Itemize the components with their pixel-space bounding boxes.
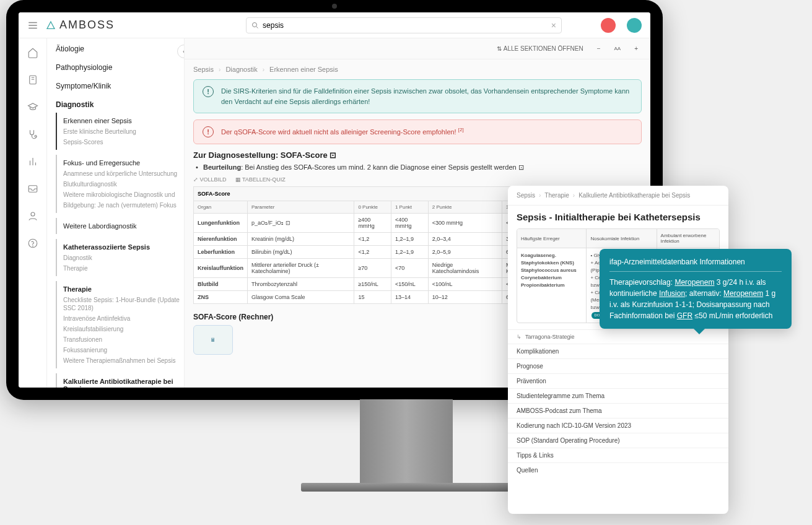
- nav-sub-item[interactable]: Therapie: [63, 263, 184, 274]
- callout-text: Die SIRS-Kriterien sind für die Falldefi…: [221, 86, 632, 106]
- nav-sub-title[interactable]: Kalkulierte Antibiotikatherapie bei Seps…: [63, 376, 184, 388]
- search-icon: [251, 22, 259, 29]
- th: Parameter: [248, 201, 354, 214]
- svg-point-0: [253, 22, 257, 27]
- tooltip-body: Therapievorschlag: Meropenem 3 g/24 h i.…: [609, 277, 782, 321]
- nav-sub-title[interactable]: Weitere Labordiagnostik: [63, 220, 184, 232]
- erreger-cell: Koagulaseneg. Staphylokokken (KNS) Staph…: [517, 248, 587, 323]
- panel-link[interactable]: Prävention: [508, 373, 728, 388]
- tabellen-quiz-button[interactable]: ▦ TABELLEN-QUIZ: [235, 176, 286, 183]
- nav-sub-item[interactable]: Bildgebung: Je nach (vermutetem) Fokus: [63, 200, 184, 210]
- nav-item[interactable]: Pathophysiologie: [47, 57, 184, 76]
- crumb-link[interactable]: Sepsis: [517, 192, 535, 199]
- calculator-widget[interactable]: 🖩: [193, 325, 233, 355]
- panel-link[interactable]: Komplikationen: [508, 344, 728, 358]
- nav-sub-item[interactable]: Fokussanierung: [63, 345, 184, 355]
- svg-rect-1: [29, 76, 36, 84]
- nav-sidebar: ‹ Ätiologie Pathophysiologie Symptome/Kl…: [47, 38, 185, 388]
- nav-sub-item[interactable]: Diagnostik: [63, 253, 184, 263]
- academic-icon[interactable]: [27, 102, 38, 113]
- th: Ambulant erworbene Infektion: [657, 229, 719, 248]
- nav-sub-item[interactable]: Checkliste Sepsis: 1-Hour-Bundle (Update…: [63, 295, 184, 313]
- crumb-link[interactable]: Kalkulierte Antibiotikatherapie bei Seps…: [578, 192, 690, 199]
- hamburger-icon[interactable]: [27, 20, 38, 31]
- panel-breadcrumb: Sepsis› Therapie› Kalkulierte Antibiotik…: [508, 186, 728, 206]
- crumb-link[interactable]: Diagnostik: [225, 66, 257, 73]
- stats-icon[interactable]: [27, 156, 38, 167]
- th: Nosokomiale Infektion: [587, 229, 657, 248]
- help-icon[interactable]: [27, 238, 38, 249]
- nav-sub-title[interactable]: Fokus- und Erregersuche: [63, 157, 184, 168]
- svg-point-6: [32, 246, 33, 246]
- floating-panel: Sepsis› Therapie› Kalkulierte Antibiotik…: [508, 186, 728, 514]
- warning-icon: !: [203, 126, 214, 137]
- th: 2 Punkte: [428, 201, 502, 214]
- section-title: Zur Diagnosestellung: SOFA-Score ⊡: [193, 150, 642, 160]
- th: Häufigste Erreger: [517, 229, 587, 248]
- monitor-base: [301, 483, 512, 492]
- stethoscope-icon[interactable]: [27, 129, 38, 140]
- brand-text: AMBOSS: [59, 19, 115, 32]
- nav-item[interactable]: Symptome/Klinik: [47, 76, 184, 94]
- nav-sub-item[interactable]: Sepsis-Scores: [63, 137, 184, 147]
- nav-sub-item[interactable]: Weitere mikrobiologische Diagnostik und: [63, 189, 184, 200]
- drug-tooltip: ifap-Arzneimitteldatenbank Informationen…: [600, 249, 792, 329]
- warning-callout: ! Der qSOFA-Score wird aktuell nicht als…: [193, 119, 642, 144]
- th: Organ: [194, 201, 248, 214]
- panel-title: Sepsis - Initialtherapie bei Kathetersep…: [508, 206, 728, 228]
- nav-sub-item[interactable]: Transfusionen: [63, 334, 184, 345]
- crumb-link[interactable]: Therapie: [544, 192, 569, 199]
- nav-sub-item[interactable]: Intravenöse Antiinfektiva: [63, 313, 184, 324]
- svg-point-4: [31, 212, 35, 216]
- crumb-link[interactable]: Erkennen einer Sepsis: [269, 66, 338, 73]
- panel-link[interactable]: Quellen: [508, 462, 728, 477]
- search-clear-icon[interactable]: ×: [551, 20, 556, 30]
- icon-rail: [19, 38, 47, 388]
- header-notifications-button[interactable]: [601, 18, 616, 33]
- th: 1 Punkt: [391, 201, 428, 214]
- font-decrease-button[interactable]: −: [593, 44, 605, 53]
- panel-link[interactable]: Tipps & Links: [508, 448, 728, 462]
- font-increase-button[interactable]: +: [631, 44, 642, 53]
- open-all-sections-button[interactable]: ⇅ ALLE SEKTIONEN ÖFFNEN: [493, 44, 587, 53]
- panel-link[interactable]: SOP (Standard Operating Procedure): [508, 433, 728, 448]
- nav-sub-item[interactable]: Anamnese und körperliche Untersuchung: [63, 168, 184, 179]
- home-icon[interactable]: [27, 47, 38, 58]
- content-tools: ⇅ ALLE SEKTIONEN ÖFFNEN − AA +: [185, 38, 650, 59]
- info-icon: !: [203, 86, 214, 97]
- monitor-stand: [360, 399, 453, 486]
- panel-link[interactable]: Kodierung nach ICD-10-GM Version 2023: [508, 418, 728, 433]
- nav-section-active[interactable]: Diagnostik: [47, 94, 184, 113]
- th: 0 Punkte: [354, 201, 391, 214]
- info-callout: ! Die SIRS-Kriterien sind für die Fallde…: [193, 79, 642, 113]
- nav-sub-item[interactable]: Kreislaufstabilisierung: [63, 324, 184, 334]
- book-icon[interactable]: [27, 74, 38, 85]
- nav-sub-title[interactable]: Therapie: [63, 284, 184, 295]
- nav-sub-item[interactable]: Weitere Therapiemaßnahmen bei Sepsis: [63, 355, 184, 366]
- panel-link[interactable]: Prognose: [508, 358, 728, 373]
- tooltip-title: ifap-Arzneimitteldatenbank Informationen: [609, 256, 782, 272]
- panel-link[interactable]: Studientelegramme zum Thema: [508, 388, 728, 403]
- panel-link[interactable]: AMBOSS-Podcast zum Thema: [508, 403, 728, 418]
- search-box[interactable]: ×: [246, 17, 562, 33]
- nav-sub-item[interactable]: Erste klinische Beurteilung: [63, 126, 184, 137]
- vollbild-button[interactable]: ⤢ VOLLBILD: [193, 176, 227, 183]
- callout-text: Der qSOFA-Score wird aktuell nicht als a…: [221, 126, 464, 137]
- crumb-link[interactable]: Sepsis: [193, 66, 214, 73]
- breadcrumb: Sepsis› Diagnostik› Erkennen einer Sepsi…: [185, 59, 650, 79]
- panel-links: Tarragona-StrategieKomplikationenPrognos…: [508, 327, 728, 514]
- nav-sub-item[interactable]: Blutkulturdiagnostik: [63, 179, 184, 189]
- search-input[interactable]: [259, 21, 551, 30]
- nav-sub-title[interactable]: Katheterassoziierte Sepsis: [63, 241, 184, 253]
- font-size-label: AA: [610, 45, 624, 53]
- user-icon[interactable]: [27, 210, 38, 222]
- brand-logo[interactable]: AMBOSS: [46, 19, 115, 32]
- nav-sub-title[interactable]: Erkennen einer Sepsis: [63, 115, 184, 126]
- bullet-text: Beurteilung: Bei Anstieg des SOFA-Scores…: [193, 163, 642, 171]
- nav-item[interactable]: Ätiologie: [47, 38, 184, 57]
- header-profile-button[interactable]: [627, 18, 642, 33]
- monitor-camera: [332, 4, 337, 9]
- inbox-icon[interactable]: [27, 183, 38, 194]
- brand-triangle-icon: [46, 20, 56, 30]
- app-header: AMBOSS ×: [19, 12, 650, 38]
